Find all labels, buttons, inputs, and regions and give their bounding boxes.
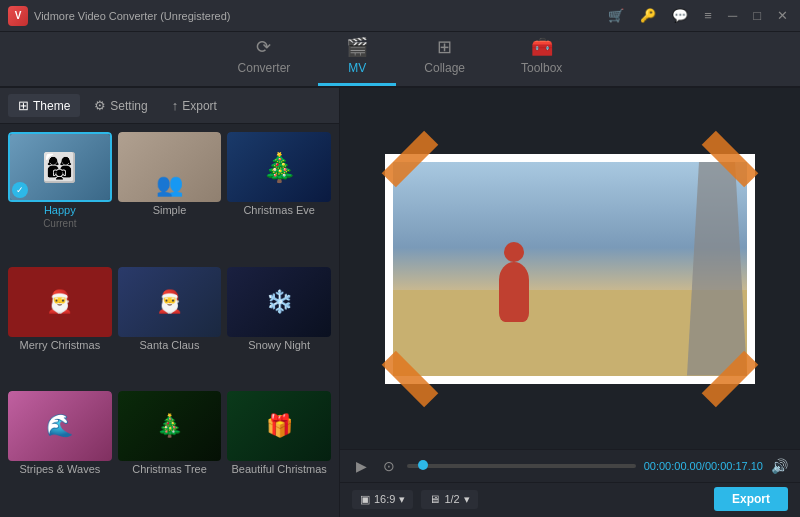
sub-tab-setting[interactable]: ⚙ Setting: [84, 94, 157, 117]
toolbox-icon: 🧰: [531, 36, 553, 58]
tab-converter-label: Converter: [238, 61, 291, 75]
theme-christmas-tree[interactable]: Christmas Tree: [118, 391, 222, 509]
progress-bar[interactable]: [407, 464, 636, 468]
theme-snowy-night[interactable]: Snowy Night: [227, 267, 331, 385]
video-preview: [393, 162, 747, 376]
left-panel: ⊞ Theme ⚙ Setting ↑ Export ✓ Happy Curr: [0, 88, 340, 517]
monitor-chevron-icon: ▾: [464, 493, 470, 506]
stop-button[interactable]: ⊙: [379, 456, 399, 476]
theme-merry-christmas[interactable]: Merry Christmas: [8, 267, 112, 385]
sub-tab-export-label: Export: [182, 99, 217, 113]
right-panel: ▶ ⊙ 00:00:00.00/00:00:17.10 🔊 ▣ 16:9 ▾ 🖥: [340, 88, 800, 517]
theme-stripes-waves-label: Stripes & Waves: [8, 461, 112, 477]
mv-icon: 🎬: [346, 36, 368, 58]
tab-toolbox[interactable]: 🧰 Toolbox: [493, 30, 590, 86]
collage-icon: ⊞: [437, 36, 452, 58]
ratio-chevron-icon: ▾: [399, 493, 405, 506]
theme-christmas-tree-label: Christmas Tree: [118, 461, 222, 477]
theme-current-sublabel: Current: [8, 218, 112, 229]
menu-icon[interactable]: ≡: [700, 6, 716, 25]
sub-tab-theme-label: Theme: [33, 99, 70, 113]
preview-area: [340, 88, 800, 449]
app-icon: V: [8, 6, 28, 26]
tab-collage-label: Collage: [424, 61, 465, 75]
video-scene: [393, 162, 747, 376]
theme-christmas-eve[interactable]: Christmas Eve: [227, 132, 331, 261]
cart-icon[interactable]: 🛒: [604, 6, 628, 25]
controls-bar2: ▣ 16:9 ▾ 🖥 1/2 ▾ Export: [340, 482, 800, 517]
theme-grid: ✓ Happy Current Simple Christmas Eve: [0, 124, 339, 517]
theme-christmas-eve-label: Christmas Eve: [227, 202, 331, 218]
converter-icon: ⟳: [256, 36, 271, 58]
chat-icon[interactable]: 💬: [668, 6, 692, 25]
key-icon[interactable]: 🔑: [636, 6, 660, 25]
sub-tab-setting-label: Setting: [110, 99, 147, 113]
main-content: ⊞ Theme ⚙ Setting ↑ Export ✓ Happy Curr: [0, 88, 800, 517]
player-figure: [499, 262, 529, 322]
tab-collage[interactable]: ⊞ Collage: [396, 30, 493, 86]
ratio-icon: ▣: [360, 493, 370, 506]
monitor-icon: 🖥: [429, 493, 440, 505]
side-figure: [687, 162, 747, 376]
theme-simple[interactable]: Simple: [118, 132, 222, 261]
theme-beautiful-christmas-label: Beautiful Christmas: [227, 461, 331, 477]
theme-santa-claus-label: Santa Claus: [118, 337, 222, 353]
close-button[interactable]: ✕: [773, 6, 792, 25]
setting-gear-icon: ⚙: [94, 98, 106, 113]
titlebar-controls: 🛒 🔑 💬 ≡ ─ □ ✕: [604, 6, 792, 25]
title-bar: V Vidmore Video Converter (Unregistered)…: [0, 0, 800, 32]
theme-stripes-waves[interactable]: Stripes & Waves: [8, 391, 112, 509]
controls-bar: ▶ ⊙ 00:00:00.00/00:00:17.10 🔊: [340, 449, 800, 482]
selected-check-icon: ✓: [12, 182, 28, 198]
time-current: 00:00:00.00: [644, 460, 702, 472]
export-up-icon: ↑: [172, 98, 179, 113]
tab-toolbox-label: Toolbox: [521, 61, 562, 75]
theme-grid-icon: ⊞: [18, 98, 29, 113]
theme-simple-label: Simple: [118, 202, 222, 218]
monitor-value: 1/2: [444, 493, 459, 505]
nav-tabs: ⟳ Converter 🎬 MV ⊞ Collage 🧰 Toolbox: [0, 32, 800, 88]
aspect-ratio-selector[interactable]: ▣ 16:9 ▾: [352, 490, 413, 509]
sub-tabs: ⊞ Theme ⚙ Setting ↑ Export: [0, 88, 339, 124]
theme-current-label: Happy: [8, 202, 112, 218]
theme-merry-christmas-label: Merry Christmas: [8, 337, 112, 353]
time-display: 00:00:00.00/00:00:17.10: [644, 460, 763, 472]
volume-icon[interactable]: 🔊: [771, 458, 788, 474]
time-total: 00:00:17.10: [705, 460, 763, 472]
maximize-button[interactable]: □: [749, 6, 765, 25]
sub-tab-export[interactable]: ↑ Export: [162, 94, 227, 117]
titlebar-left: V Vidmore Video Converter (Unregistered): [8, 6, 230, 26]
progress-dot: [418, 460, 428, 470]
theme-santa-claus[interactable]: Santa Claus: [118, 267, 222, 385]
theme-beautiful-christmas[interactable]: Beautiful Christmas: [227, 391, 331, 509]
export-button[interactable]: Export: [714, 487, 788, 511]
tab-mv-label: MV: [348, 61, 366, 75]
minimize-button[interactable]: ─: [724, 6, 741, 25]
theme-current[interactable]: ✓ Happy Current: [8, 132, 112, 261]
tab-converter[interactable]: ⟳ Converter: [210, 30, 319, 86]
theme-snowy-night-label: Snowy Night: [227, 337, 331, 353]
app-title: Vidmore Video Converter (Unregistered): [34, 10, 230, 22]
tab-mv[interactable]: 🎬 MV: [318, 30, 396, 86]
sub-tab-theme[interactable]: ⊞ Theme: [8, 94, 80, 117]
video-frame-wrapper: [385, 154, 755, 384]
play-button[interactable]: ▶: [352, 456, 371, 476]
video-frame: [385, 154, 755, 384]
monitor-selector[interactable]: 🖥 1/2 ▾: [421, 490, 477, 509]
ratio-value: 16:9: [374, 493, 395, 505]
